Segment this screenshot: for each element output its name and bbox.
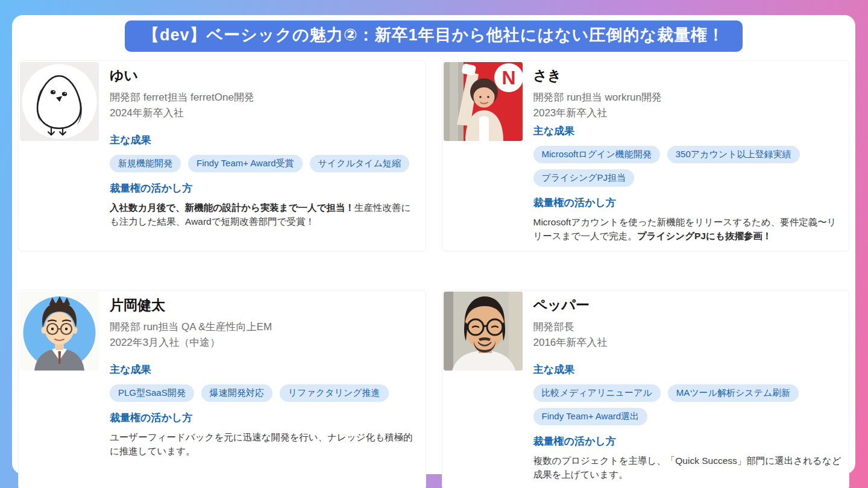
member-name: さき [533, 66, 842, 85]
discretion-description: 入社数カ月後で、新機能の設計から実装まで一人で担当！生産性改善にも注力した結果、… [110, 201, 418, 229]
discretion-description: ユーザーフィードバックを元に迅速な開発を行い、ナレッジ化も積極的に推進しています… [110, 431, 418, 458]
svg-text:N: N [502, 67, 515, 89]
slide-container: 【dev】ベーシックの魅力②：新卒1年目から他社にはない圧倒的な裁量権！ [12, 15, 855, 474]
page-background: { "title": "【dev】ベーシックの魅力②：新卒1年目から他社にはない… [0, 0, 868, 488]
member-role: 開発部 run担当 workrun開発 [533, 91, 842, 104]
achievement-tags: 新規機能開発 Findy Team+ Award受賞 サイクルタイム短縮 [110, 155, 418, 172]
achievements-heading: 主な成果 [110, 363, 418, 377]
profile-card-kataoka: 片岡健太 開発部 run担当 QA &生産性向上EM 2022年3月入社（中途）… [18, 290, 426, 488]
member-name: 片岡健太 [110, 296, 418, 314]
achievement-tag: プライシングPJ担当 [533, 169, 635, 187]
member-joined: 2024年新卒入社 [110, 107, 418, 120]
achievement-tag: Findy Team+ Award選出 [533, 408, 648, 425]
discretion-heading: 裁量権の活かし方 [110, 411, 418, 425]
discretion-description: 複数のプロジェクトを主導し、「Quick Success」部門に選出されるなど成… [533, 454, 842, 482]
member-role: 開発部長 [533, 321, 842, 334]
discretion-heading: 裁量権の活かし方 [110, 181, 418, 195]
profile-card-yui: ゆい 開発部 ferret担当 ferretOne開発 2024年新卒入社 主な… [18, 60, 426, 251]
member-name: ペッパー [533, 296, 842, 314]
desc-bold-tail: プライシングPJにも抜擢参画！ [637, 231, 772, 241]
profile-grid: ゆい 開発部 ferret担当 ferretOne開発 2024年新卒入社 主な… [18, 60, 849, 488]
profile-card-saki: N さき 開発部 run担当 workrun開発 2023年新卒入社 [442, 60, 850, 251]
member-name: ゆい [110, 66, 418, 85]
achievement-tag: Microsoftログイン機能開発 [533, 146, 660, 163]
desc-main: 複数のプロジェクトを主導し、「Quick Success」部門に選出されるなど成… [533, 455, 841, 480]
achievement-tag: 新規機能開発 [110, 155, 181, 172]
achievement-tag: 比較メディアリニューアル [533, 384, 661, 402]
discretion-description: Microsoftアカウントを使った新機能をリリースするため、要件定義〜リリース… [533, 216, 842, 243]
discretion-heading: 裁量権の活かし方 [533, 434, 842, 448]
achievement-tag: リファクタリング推進 [280, 384, 389, 402]
achievement-tags: Microsoftログイン機能開発 350アカウント以上登録実績 プライシングP… [533, 146, 842, 187]
discretion-heading: 裁量権の活かし方 [533, 196, 842, 210]
achievement-tag: Findy Team+ Award受賞 [188, 155, 303, 172]
achievement-tag: サイクルタイム短縮 [310, 155, 409, 172]
profile-card-pepper: ペッパー 開発部長 2016年新卒入社 主な成果 比較メディアリニューアル MA… [442, 290, 850, 488]
member-joined: 2022年3月入社（中途） [110, 336, 418, 349]
achievement-tags: PLG型SaaS開発 爆速開発対応 リファクタリング推進 [110, 384, 418, 402]
achievement-tag: MAツール解析システム刷新 [668, 384, 799, 402]
achievement-tag: 350アカウント以上登録実績 [667, 146, 800, 163]
achievements-heading: 主な成果 [533, 124, 842, 138]
achievements-heading: 主な成果 [533, 363, 842, 377]
achievement-tags: 比較メディアリニューアル MAツール解析システム刷新 Findy Team+ A… [533, 384, 842, 425]
title-banner: 【dev】ベーシックの魅力②：新卒1年目から他社にはない圧倒的な裁量権！ [125, 20, 743, 52]
achievement-tag: 爆速開発対応 [201, 384, 272, 402]
achievement-tag: PLG型SaaS開発 [110, 384, 194, 402]
member-photo: N [444, 62, 523, 141]
desc-bold-lead: 入社数カ月後で、新機能の設計から実装まで一人で担当！ [110, 202, 354, 213]
member-photo [444, 292, 523, 371]
cartoon-avatar-icon [20, 292, 99, 371]
member-joined: 2023年新卒入社 [533, 107, 842, 120]
bird-avatar-icon [20, 62, 99, 141]
member-role: 開発部 ferret担当 ferretOne開発 [110, 91, 418, 104]
member-joined: 2016年新卒入社 [533, 336, 842, 349]
desc-main: ユーザーフィードバックを元に迅速な開発を行い、ナレッジ化も積極的に推進しています… [110, 432, 413, 456]
member-role: 開発部 run担当 QA &生産性向上EM [110, 321, 418, 334]
achievements-heading: 主な成果 [110, 133, 418, 147]
